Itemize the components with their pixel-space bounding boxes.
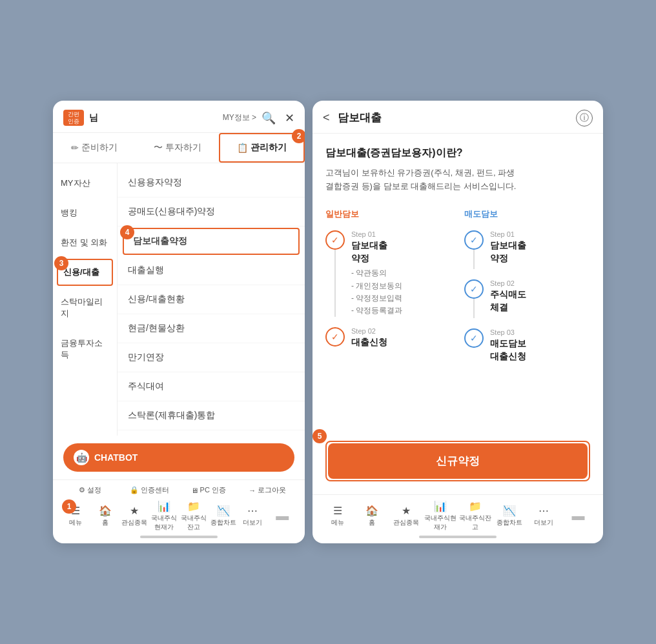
r-menu-tab-label: 메뉴 bbox=[331, 518, 344, 527]
left-panel: 간편인증 님 MY정보 > 🔍 ✕ ✏ 준비하기 〜 투자하기 📋 관리하기 2 bbox=[53, 101, 305, 544]
r-profile-icon: ▬ bbox=[571, 508, 584, 523]
general-step1-content: Step 01 담보대출 약정 - 약관동의 - 개인정보동의 - 약정정보입력… bbox=[351, 230, 402, 317]
left-header: 간편인증 님 MY정보 > 🔍 ✕ bbox=[53, 101, 305, 134]
tab-prepare[interactable]: ✏ 준비하기 bbox=[53, 133, 136, 163]
sell-step1-name: 담보대출 약정 bbox=[490, 239, 526, 265]
general-step2-content: Step 02 대출신청 bbox=[351, 327, 387, 349]
sidebar-item-credit-loan[interactable]: 신용/대출 3 bbox=[57, 259, 113, 286]
menu-item-cash-repayment[interactable]: 현금/현물상환 bbox=[118, 314, 305, 343]
new-contract-button[interactable]: 신규약정 bbox=[328, 443, 588, 479]
r-home-label: 홈 bbox=[369, 518, 375, 527]
r-domestic-price-label: 국내주식현재가 bbox=[424, 514, 458, 532]
bottom-tab-profile[interactable]: ▬ bbox=[267, 508, 297, 523]
auth-center-label: 인증센터 bbox=[141, 485, 169, 495]
r-more-label: 더보기 bbox=[534, 518, 553, 527]
general-step1-sub: - 약관동의 - 개인정보동의 - 약정정보입력 - 약정등록결과 bbox=[351, 267, 402, 317]
auth-badge: 간편인증 bbox=[63, 110, 84, 126]
right-panel-header: < 담보대출 ⓘ bbox=[313, 101, 603, 134]
chart-tab-label: 종합차트 bbox=[210, 518, 236, 527]
chart-tab-icon: 📉 bbox=[217, 505, 230, 517]
bottom-tab-home[interactable]: 🏠 홈 bbox=[90, 505, 120, 527]
tab-invest-label: 투자하기 bbox=[165, 142, 201, 154]
close-icon[interactable]: ✕ bbox=[285, 111, 294, 125]
bottom-tab-chart[interactable]: 📉 종합차트 bbox=[209, 505, 238, 527]
menu-item-credit-status[interactable]: 신용/대출현황 bbox=[118, 285, 305, 314]
r-home-icon: 🏠 bbox=[365, 505, 378, 517]
menu-item-maturity-extend[interactable]: 만기연장 bbox=[118, 343, 305, 372]
general-step2-label: Step 02 bbox=[351, 327, 387, 335]
right-menu: 신용용자약정 공매도(신용대주)약정 담보대출약정 4 대출실행 신용/대출현황… bbox=[118, 163, 305, 436]
r-bottom-tab-domestic-stock[interactable]: 📁 국내주식잔고 bbox=[458, 500, 492, 532]
tab-manage[interactable]: 📋 관리하기 2 bbox=[219, 133, 305, 163]
sell-step-2: ✓ Step 02 주식매도 체결 bbox=[464, 279, 590, 318]
manage-icon: 📋 bbox=[237, 143, 248, 153]
domestic-price-icon: 📊 bbox=[158, 500, 170, 512]
r-chart-label: 종합차트 bbox=[497, 518, 522, 527]
right-panel: < 담보대출 ⓘ 담보대출(증권담보용자)이란? 고객님이 보유하신 유가증권(… bbox=[313, 101, 603, 544]
r-bottom-tab-home[interactable]: 🏠 홈 bbox=[354, 505, 389, 527]
bottom-tabs: 1 ☰ 메뉴 🏠 홈 ★ 관심종목 📊 국내주식현재가 📁 bbox=[61, 500, 297, 532]
steps-container: 일반담보 ✓ Step 01 담보대출 약정 - 약관동의 - 개인 bbox=[325, 208, 590, 373]
general-step2-circle: ✓ bbox=[325, 327, 345, 347]
my-info-link[interactable]: MY정보 > bbox=[223, 112, 256, 123]
new-contract-area: 5 신규약정 bbox=[313, 430, 603, 494]
r-watchlist-icon: ★ bbox=[402, 505, 411, 517]
bottom-tab-domestic-stock[interactable]: 📁 국내주식잔고 bbox=[179, 500, 209, 532]
bottom-tab-more[interactable]: ⋯ 더보기 bbox=[238, 505, 268, 527]
tab-invest[interactable]: 〜 투자하기 bbox=[136, 133, 220, 163]
r-bottom-tab-domestic-price[interactable]: 📊 국내주식현재가 bbox=[424, 500, 458, 532]
bottom-tab-menu[interactable]: 1 ☰ 메뉴 bbox=[61, 505, 90, 527]
collateral-loan-title: 담보대출(증권담보용자)이란? bbox=[325, 146, 590, 160]
menu-item-loan-execution[interactable]: 대출실행 bbox=[118, 256, 305, 285]
back-button[interactable]: < bbox=[323, 111, 330, 125]
sidebar-item-my-assets[interactable]: MY자산 bbox=[53, 168, 117, 198]
r-chart-icon: 📉 bbox=[503, 505, 516, 517]
r-bottom-tab-more[interactable]: ⋯ 더보기 bbox=[527, 505, 561, 527]
watchlist-tab-icon: ★ bbox=[130, 505, 139, 517]
chatbot-icon: 🤖 bbox=[74, 450, 89, 465]
header-icons: 🔍 ✕ bbox=[261, 111, 294, 125]
sidebar-item-star-mileage[interactable]: 스탁마일리지 bbox=[53, 287, 117, 328]
r-domestic-stock-icon: 📁 bbox=[469, 500, 482, 512]
general-step1-name: 담보대출 약정 bbox=[351, 239, 402, 265]
r-bottom-tab-menu[interactable]: ☰ 메뉴 bbox=[320, 505, 354, 527]
settings-icon: ⚙ bbox=[79, 486, 85, 494]
logout-link[interactable]: → 로그아웃 bbox=[238, 485, 298, 495]
right-bottom-tabs: ☰ 메뉴 🏠 홈 ★ 관심종목 📊 국내주식현재가 📁 국내주식잔고 bbox=[320, 500, 595, 532]
sell-collateral-col: 매도담보 ✓ Step 01 담보대출 약정 bbox=[464, 208, 590, 373]
pc-auth-link[interactable]: 🖥 PC 인증 bbox=[179, 485, 238, 495]
menu-item-stock-lending[interactable]: 주식대여 bbox=[118, 372, 305, 401]
r-bottom-tab-profile[interactable]: ▬ bbox=[561, 508, 595, 523]
search-icon[interactable]: 🔍 bbox=[261, 111, 276, 125]
annotation-badge-2: 2 bbox=[292, 129, 305, 143]
settings-link[interactable]: ⚙ 설정 bbox=[61, 485, 120, 495]
general-collateral-col: 일반담보 ✓ Step 01 담보대출 약정 - 약관동의 - 개인 bbox=[325, 208, 451, 373]
menu-item-short-selling[interactable]: 공매도(신용대주)약정 bbox=[118, 197, 305, 226]
r-bottom-tab-watchlist[interactable]: ★ 관심종목 bbox=[389, 505, 424, 527]
auth-center-link[interactable]: 🔒 인증센터 bbox=[120, 485, 179, 495]
bottom-tab-watchlist[interactable]: ★ 관심종목 bbox=[120, 505, 150, 527]
chatbot-label: CHATBOT bbox=[94, 452, 138, 463]
sell-step3-label: Step 03 bbox=[490, 328, 526, 336]
sell-title: 매도담보 bbox=[464, 208, 590, 220]
domestic-stock-label: 국내주식잔고 bbox=[179, 514, 209, 532]
bottom-links: ⚙ 설정 🔒 인증센터 🖥 PC 인증 → 로그아웃 bbox=[61, 485, 297, 495]
bottom-tab-domestic-price[interactable]: 📊 국내주식현재가 bbox=[149, 500, 179, 532]
invest-icon: 〜 bbox=[154, 142, 163, 154]
sidebar-item-finance-income[interactable]: 금융투자소득 bbox=[53, 328, 117, 370]
r-bottom-tab-chart[interactable]: 📉 종합차트 bbox=[492, 505, 526, 527]
sidebar-item-banking[interactable]: 뱅킹 bbox=[53, 198, 117, 228]
bottom-nav: ⚙ 설정 🔒 인증센터 🖥 PC 인증 → 로그아웃 1 bbox=[53, 479, 305, 543]
info-button[interactable]: ⓘ bbox=[576, 110, 593, 126]
user-name: 님 bbox=[89, 112, 216, 124]
menu-item-credit-agreement[interactable]: 신용용자약정 bbox=[118, 168, 305, 197]
menu-item-stock-loan[interactable]: 스탁론(제휴대출)통합 bbox=[118, 401, 305, 430]
new-contract-border: 신규약정 bbox=[325, 441, 590, 481]
domestic-stock-icon: 📁 bbox=[187, 500, 200, 512]
profile-tab-icon: ▬ bbox=[276, 508, 289, 523]
menu-item-collateral-agreement[interactable]: 담보대출약정 4 bbox=[123, 228, 300, 255]
domestic-price-label: 국내주식현재가 bbox=[149, 514, 179, 532]
sidebar-item-exchange[interactable]: 환전 및 외화 bbox=[53, 228, 117, 257]
chatbot-button[interactable]: 🤖 CHATBOT bbox=[63, 443, 294, 472]
tab-prepare-label: 준비하기 bbox=[81, 142, 118, 154]
